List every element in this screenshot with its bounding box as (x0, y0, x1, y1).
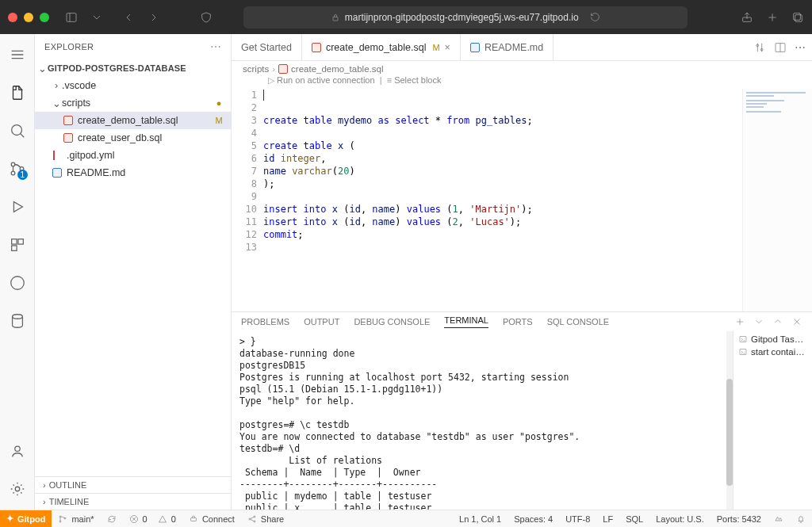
maximize-panel-icon[interactable] (772, 316, 783, 327)
tree-root[interactable]: ⌄GITPOD-POSTGRES-DATABASE (35, 59, 231, 77)
database-icon[interactable] (0, 305, 35, 337)
run-debug-icon[interactable] (0, 191, 35, 223)
minimize-window-icon[interactable] (24, 13, 33, 22)
eol-indicator[interactable]: LF (596, 514, 619, 524)
cursor-position[interactable]: Ln 1, Col 1 (453, 514, 508, 524)
address-bar[interactable]: martijnpron-gitpodpostg-cdmyiegeg5j.ws-e… (243, 6, 688, 29)
code-area[interactable]: create table mydemo as select * from pg_… (263, 89, 742, 311)
window-controls[interactable] (8, 13, 49, 22)
svg-point-6 (11, 162, 15, 166)
svg-point-23 (64, 517, 66, 519)
refresh-icon[interactable] (590, 12, 600, 22)
svg-rect-0 (67, 13, 76, 21)
close-window-icon[interactable] (8, 13, 17, 22)
tree-item[interactable]: ›.vscode (35, 77, 231, 94)
close-panel-icon[interactable] (791, 316, 802, 327)
panel-tab[interactable]: OUTPUT (304, 317, 339, 327)
explorer-icon[interactable] (0, 77, 35, 109)
terminal-list[interactable]: Gitpod Tas…start contai… (733, 331, 812, 510)
panel-tab[interactable]: TERMINAL (444, 315, 488, 328)
timeline-section[interactable]: ›TIMELINE (35, 493, 231, 510)
search-icon[interactable] (0, 115, 35, 147)
svg-point-13 (12, 315, 22, 319)
source-control-icon[interactable]: 1 (0, 153, 35, 185)
panel-tab[interactable]: PORTS (503, 317, 533, 327)
browser-chrome: martijnpron-gitpodpostg-cdmyiegeg5j.ws-e… (0, 0, 812, 34)
lock-icon (331, 13, 340, 22)
svg-point-14 (14, 446, 19, 451)
panel-tab[interactable]: DEBUG CONSOLE (354, 317, 430, 327)
panel-tab[interactable]: PROBLEMS (241, 317, 289, 327)
svg-rect-1 (333, 17, 338, 21)
github-icon[interactable] (0, 267, 35, 299)
breadcrumb[interactable]: scripts › create_demo_table.sql (232, 61, 812, 74)
tree-item[interactable]: create_user_db.sql (35, 129, 231, 147)
shield-icon[interactable] (200, 11, 213, 24)
extensions-icon[interactable] (0, 229, 35, 261)
tabs-icon[interactable] (791, 11, 804, 24)
terminal-list-item[interactable]: Gitpod Tas… (738, 334, 807, 344)
tree-item[interactable]: create_demo_table.sqlM (35, 112, 231, 129)
svg-point-27 (254, 516, 255, 517)
sidebar-toggle-icon[interactable] (65, 11, 78, 24)
terminal-scrollbar[interactable] (726, 331, 733, 510)
branch-indicator[interactable]: main* (52, 510, 100, 527)
account-icon[interactable] (0, 435, 35, 467)
side-panel: EXPLORER ⋯ ⌄GITPOD-POSTGRES-DATABASE›.vs… (35, 34, 232, 510)
code-lens[interactable]: ▷ Run on active connection | ≡ Select bl… (232, 74, 812, 89)
close-tab-icon[interactable]: × (445, 42, 450, 53)
svg-point-5 (11, 125, 21, 136)
indent-indicator[interactable]: Spaces: 4 (508, 514, 559, 524)
svg-point-22 (59, 521, 61, 522)
activity-bar: 1 (0, 34, 35, 510)
layout-indicator[interactable]: Layout: U.S. (649, 514, 710, 524)
editor-tab[interactable]: create_demo_table.sqlM× (302, 34, 461, 60)
share-icon[interactable] (741, 11, 753, 24)
svg-rect-10 (17, 239, 22, 244)
split-editor-icon[interactable] (774, 41, 787, 54)
ports-indicator[interactable]: Ports: 5432 (710, 514, 768, 524)
status-bar: ✦ Gitpod main* 0 0 Connect Share Ln 1, C… (0, 510, 812, 527)
svg-point-28 (254, 521, 255, 522)
bottom-panel: PROBLEMSOUTPUTDEBUG CONSOLETERMINALPORTS… (232, 311, 812, 510)
new-terminal-icon[interactable] (734, 316, 745, 327)
panel-tab[interactable]: SQL CONSOLE (547, 317, 609, 327)
language-indicator[interactable]: SQL (619, 514, 649, 524)
bell-icon[interactable] (790, 514, 812, 524)
code-editor[interactable]: 12345678910111213 create table mydemo as… (232, 89, 812, 311)
gear-icon[interactable] (0, 473, 35, 505)
tree-item[interactable]: ⌄scripts● (35, 94, 231, 112)
tree-item[interactable]: README.md (35, 164, 231, 181)
problems-indicator[interactable]: 0 0 (123, 510, 182, 527)
svg-rect-25 (190, 517, 196, 521)
svg-point-21 (59, 516, 61, 517)
encoding-indicator[interactable]: UTF-8 (559, 514, 596, 524)
editor-tab[interactable]: README.md (461, 34, 553, 60)
share-button[interactable]: Share (241, 510, 290, 527)
connect-button[interactable]: Connect (182, 510, 241, 527)
url-text: martijnpron-gitpodpostg-cdmyiegeg5j.ws-e… (345, 12, 579, 23)
minimap[interactable] (742, 89, 812, 311)
outline-section[interactable]: ›OUTLINE (35, 476, 231, 493)
diff-icon[interactable] (753, 41, 766, 54)
editor-group: Get Startedcreate_demo_table.sqlM×README… (232, 34, 812, 510)
tab-more-icon[interactable]: ⋯ (795, 41, 806, 54)
file-tree[interactable]: ⌄GITPOD-POSTGRES-DATABASE›.vscode⌄script… (35, 59, 231, 476)
svg-rect-19 (740, 337, 746, 342)
tree-item[interactable]: .gitpod.yml (35, 147, 231, 164)
gitpod-button[interactable]: ✦ Gitpod (0, 510, 52, 527)
forward-icon[interactable] (147, 11, 160, 24)
chevron-down-icon[interactable] (90, 11, 103, 24)
terminal[interactable]: > } database-running done postgresDB15 P… (232, 331, 726, 510)
new-tab-icon[interactable] (766, 11, 779, 24)
sync-button[interactable] (101, 510, 123, 527)
zoom-window-icon[interactable] (40, 13, 49, 22)
explorer-more-icon[interactable]: ⋯ (210, 40, 221, 53)
editor-tab[interactable]: Get Started (232, 34, 302, 60)
terminal-list-item[interactable]: start contai… (738, 347, 807, 357)
menu-icon[interactable] (0, 39, 35, 71)
chevron-down-icon[interactable] (753, 316, 764, 327)
back-icon[interactable] (122, 11, 135, 24)
feedback-icon[interactable] (768, 514, 790, 524)
sql-file-icon (312, 43, 321, 52)
